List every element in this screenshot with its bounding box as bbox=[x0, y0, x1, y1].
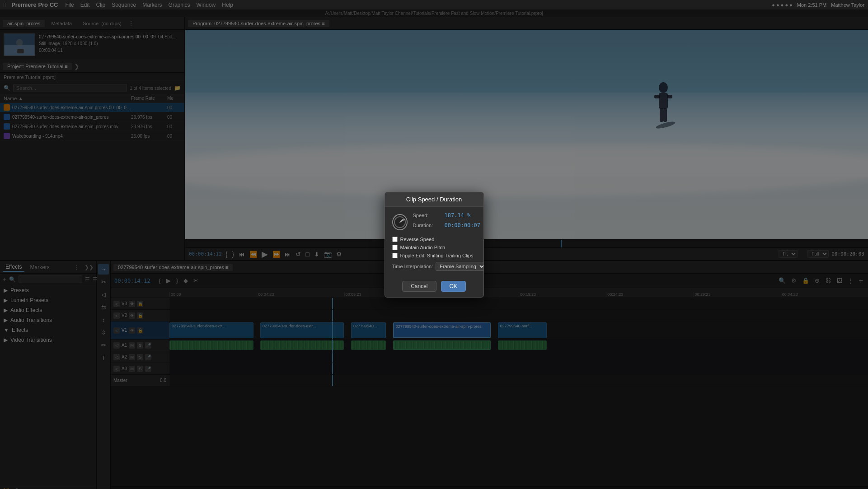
link-icons: 🔗 ↔ bbox=[483, 214, 484, 230]
checkbox-reverse-speed: Reverse Speed bbox=[392, 237, 476, 242]
speed-dial[interactable] bbox=[392, 214, 408, 230]
duration-label: Duration: bbox=[413, 223, 445, 228]
svg-line-12 bbox=[400, 219, 403, 222]
duration-value[interactable]: 00:00:00:07 bbox=[445, 222, 480, 228]
dialog-buttons: Cancel OK bbox=[385, 276, 483, 297]
dialog-body: Speed: 187.14 % Duration: 00:00:00:07 🔗 … bbox=[385, 207, 483, 276]
speed-field: Speed: 187.14 % bbox=[413, 212, 480, 219]
checkbox-reverse-speed-input[interactable] bbox=[392, 237, 398, 242]
svg-point-11 bbox=[394, 217, 405, 228]
speed-value[interactable]: 187.14 % bbox=[445, 212, 471, 219]
checkbox-maintain-audio-input[interactable] bbox=[392, 245, 398, 250]
clip-speed-dialog: Clip Speed / Duration Speed: 187.14 % bbox=[385, 192, 484, 298]
checkbox-maintain-audio-label: Maintain Audio Pitch bbox=[400, 245, 446, 250]
time-interpolation-label: Time Interpolation: bbox=[392, 264, 433, 269]
checkbox-ripple-edit-input[interactable] bbox=[392, 253, 398, 258]
checkbox-maintain-audio: Maintain Audio Pitch bbox=[392, 245, 476, 250]
link-icon[interactable]: 🔗 bbox=[483, 214, 484, 222]
checkbox-ripple-edit-label: Ripple Edit, Shifting Trailing Clips bbox=[400, 253, 474, 258]
checkbox-reverse-speed-label: Reverse Speed bbox=[400, 237, 435, 242]
speed-label: Speed: bbox=[413, 213, 445, 218]
checkboxes-section: Reverse Speed Maintain Audio Pitch Rippl… bbox=[392, 237, 476, 258]
speed-duration-row: Speed: 187.14 % Duration: 00:00:00:07 🔗 … bbox=[392, 212, 476, 232]
time-interpolation-select[interactable]: Frame Sampling Frame Blending Optical Fl… bbox=[436, 262, 483, 271]
time-interpolation-row: Time Interpolation: Frame Sampling Frame… bbox=[392, 262, 476, 271]
speed-duration-fields: Speed: 187.14 % Duration: 00:00:00:07 bbox=[413, 212, 480, 232]
cancel-button[interactable]: Cancel bbox=[402, 281, 436, 292]
duration-field: Duration: 00:00:00:07 bbox=[413, 222, 480, 228]
dialog-title: Clip Speed / Duration bbox=[385, 192, 483, 207]
modal-overlay: Clip Speed / Duration Speed: 187.14 % bbox=[0, 0, 868, 489]
ok-button[interactable]: OK bbox=[441, 281, 466, 292]
checkbox-ripple-edit: Ripple Edit, Shifting Trailing Clips bbox=[392, 253, 476, 258]
